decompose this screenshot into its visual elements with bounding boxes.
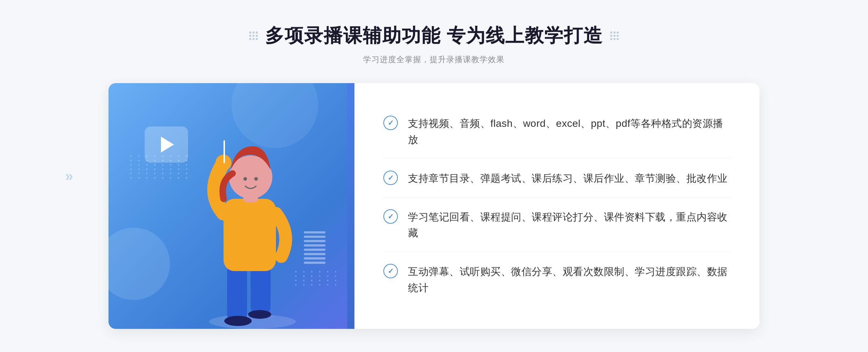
feature-item-4: ✓ 互动弹幕、试听购买、微信分享、观看次数限制、学习进度跟踪、数据统计: [383, 254, 731, 306]
feature-item-2: ✓ 支持章节目录、弹题考试、课后练习、课后作业、章节测验、批改作业: [383, 160, 731, 197]
right-blue-bar: [347, 83, 354, 329]
svg-point-3: [224, 316, 252, 326]
play-bubble: [145, 126, 188, 163]
right-content: ✓ 支持视频、音频、flash、word、excel、ppt、pdf等各种格式的…: [354, 83, 760, 329]
svg-rect-5: [224, 199, 276, 271]
play-icon: [161, 137, 174, 153]
title-row: 多项录播课辅助功能 专为线上教学打造: [249, 23, 619, 48]
svg-point-4: [248, 310, 271, 319]
feature-text-4: 互动弹幕、试听购买、微信分享、观看次数限制、学习进度跟踪、数据统计: [408, 264, 731, 296]
check-mark-2: ✓: [388, 174, 394, 181]
check-circle-4: ✓: [383, 264, 398, 278]
svg-rect-1: [227, 264, 247, 322]
subtitle: 学习进度全掌握，提升录播课教学效果: [249, 54, 619, 65]
content-card: ✓ 支持视频、音频、flash、word、excel、ppt、pdf等各种格式的…: [109, 83, 760, 329]
check-circle-3: ✓: [383, 209, 398, 224]
left-decorative-dots: [249, 31, 258, 40]
svg-rect-2: [251, 264, 271, 314]
person-figure: [195, 126, 318, 329]
outer-left-arrows: »: [65, 168, 73, 184]
main-title: 多项录播课辅助功能 专为线上教学打造: [265, 23, 603, 48]
check-mark-1: ✓: [388, 119, 394, 126]
check-circle-1: ✓: [383, 116, 398, 130]
feature-text-1: 支持视频、音频、flash、word、excel、ppt、pdf等各种格式的资源…: [408, 116, 731, 148]
left-illustration: [109, 83, 354, 329]
right-decorative-dots: [610, 31, 619, 40]
page-wrapper: 多项录播课辅助功能 专为线上教学打造 学习进度全掌握，提升录播课教学效果: [0, 0, 868, 352]
check-mark-4: ✓: [388, 267, 394, 275]
svg-point-9: [243, 177, 247, 181]
feature-item-1: ✓ 支持视频、音频、flash、word、excel、ppt、pdf等各种格式的…: [383, 106, 731, 159]
check-circle-2: ✓: [383, 171, 398, 185]
feature-item-3: ✓ 学习笔记回看、课程提问、课程评论打分、课件资料下载，重点内容收藏: [383, 199, 731, 252]
feature-text-2: 支持章节目录、弹题考试、课后练习、课后作业、章节测验、批改作业: [408, 171, 728, 187]
chevron-right-icon: »: [65, 168, 73, 184]
feature-text-3: 学习笔记回看、课程提问、课程评论打分、课件资料下载，重点内容收藏: [408, 209, 731, 242]
svg-point-10: [254, 177, 258, 181]
check-mark-3: ✓: [388, 213, 394, 220]
header-section: 多项录播课辅助功能 专为线上教学打造 学习进度全掌握，提升录播课教学效果: [249, 23, 619, 65]
